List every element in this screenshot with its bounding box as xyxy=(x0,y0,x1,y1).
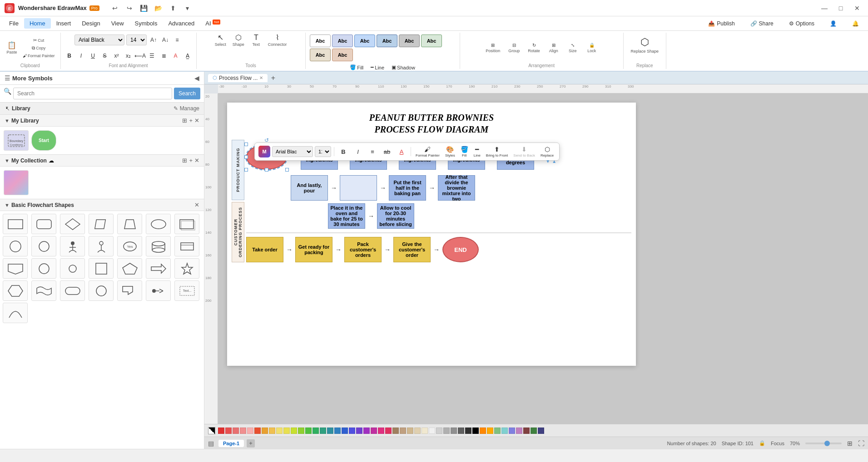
my-collection-add-button[interactable]: ⊞ xyxy=(182,157,187,164)
my-collection-add2-button[interactable]: + xyxy=(189,157,193,164)
shape-circle-3[interactable] xyxy=(89,280,114,301)
shape-pentagon[interactable] xyxy=(117,258,142,279)
bold-button[interactable]: B xyxy=(64,51,74,61)
shape-person[interactable] xyxy=(60,236,85,256)
shape-wave[interactable] xyxy=(31,280,56,301)
placeholder-node[interactable] xyxy=(340,175,377,201)
menu-file[interactable]: File xyxy=(4,18,24,29)
color-swatch-4[interactable] xyxy=(247,428,253,434)
color-swatch-lightgreen[interactable] xyxy=(494,428,501,434)
color-swatch-19[interactable] xyxy=(356,428,362,434)
minimize-button[interactable]: — xyxy=(818,2,831,15)
color-swatch-2[interactable] xyxy=(233,428,239,434)
style-swatch-5[interactable]: Abc xyxy=(421,34,442,47)
color-swatch-amber[interactable] xyxy=(487,428,493,434)
color-swatch-8[interactable] xyxy=(276,428,283,434)
shape-annotation[interactable] xyxy=(117,280,142,301)
ft-font-select[interactable]: Arial Blac xyxy=(272,146,313,157)
color-swatch-15[interactable] xyxy=(327,428,333,434)
undo-button[interactable]: ↩ xyxy=(109,2,121,15)
my-library-add2-button[interactable]: + xyxy=(189,117,193,124)
paste-button[interactable]: 📋 Paste xyxy=(4,40,20,56)
add-page-button[interactable]: + xyxy=(247,439,255,447)
allow-cool-node[interactable]: Allow to cool for 20-30 minutes before s… xyxy=(377,203,414,229)
connector-button[interactable]: ⌇ Connector xyxy=(265,33,290,48)
search-button[interactable]: Search xyxy=(174,88,200,99)
tab-close-button[interactable]: ✕ xyxy=(259,75,263,80)
shape-circle[interactable] xyxy=(31,236,56,256)
shape-parallelogram[interactable] xyxy=(89,214,114,234)
notification-button[interactable]: 🔔 xyxy=(847,19,864,29)
put-first-half-node[interactable]: Put the first half in the baking pan xyxy=(389,175,426,201)
color-swatch-black[interactable] xyxy=(472,428,479,434)
menu-ai[interactable]: AI hot xyxy=(200,18,226,29)
color-swatch-17[interactable] xyxy=(342,428,348,434)
color-swatch-orange[interactable] xyxy=(480,428,486,434)
get-ready-node[interactable]: Get ready for packing xyxy=(295,237,332,262)
color-swatch-7[interactable] xyxy=(269,428,275,434)
open-button[interactable]: 📂 xyxy=(152,2,165,15)
library-item-boundary[interactable]: BoundaryConditions xyxy=(4,130,29,151)
increase-font-button[interactable]: A↑ xyxy=(149,35,159,45)
style-swatch-2[interactable]: Abc xyxy=(354,34,375,47)
format-painter-button[interactable]: 🖌 Format Painter xyxy=(21,53,57,59)
ft-line-button[interactable]: ━ Line xyxy=(472,145,482,158)
color-swatch-violet[interactable] xyxy=(516,428,522,434)
shape-cylinder[interactable] xyxy=(146,236,171,256)
ft-send-back-button[interactable]: ⬇ Send to Back xyxy=(511,145,537,158)
position-button[interactable]: ⊞ Position xyxy=(483,41,503,54)
ft-italic-button[interactable]: I xyxy=(352,145,364,158)
ft-font-size-select[interactable]: 11 xyxy=(315,146,331,157)
menu-symbols[interactable]: Symbols xyxy=(129,18,163,29)
give-order-node[interactable]: Give the customer's order xyxy=(393,237,431,262)
style-swatch-3[interactable]: Abc xyxy=(377,34,397,47)
shape-trapezoid[interactable] xyxy=(117,214,142,234)
shape-star[interactable] xyxy=(174,258,199,279)
color-swatch-11[interactable] xyxy=(298,428,304,434)
size-button[interactable]: ⤡ Size xyxy=(565,41,581,54)
canvas[interactable]: -30 -10 10 30 50 70 90 110 130 150 170 1… xyxy=(204,84,868,424)
redo-button[interactable]: ↪ xyxy=(123,2,136,15)
menu-view[interactable]: View xyxy=(106,18,129,29)
style-swatch-4[interactable]: Abc xyxy=(399,34,420,47)
ft-format-painter-button[interactable]: 🖌 Format Painter xyxy=(414,145,441,158)
text-button[interactable]: T Text xyxy=(248,33,264,48)
cut-button[interactable]: ✂ Cut xyxy=(21,37,57,44)
color-swatch-darkblue[interactable] xyxy=(538,428,544,434)
my-library-header[interactable]: ▼ My Library ⊞ + ✕ xyxy=(0,115,204,127)
collection-item-0[interactable] xyxy=(4,170,29,195)
color-swatch-29[interactable] xyxy=(429,428,435,434)
options-button[interactable]: ⚙ Options xyxy=(784,19,820,29)
my-collection-close-button[interactable]: ✕ xyxy=(194,157,199,164)
handle-br[interactable] xyxy=(285,168,289,172)
shape-oval-2[interactable] xyxy=(3,236,28,256)
fit-page-button[interactable]: ⊞ xyxy=(847,440,853,447)
color-swatch-darkred[interactable] xyxy=(523,428,530,434)
zoom-slider[interactable] xyxy=(805,442,842,444)
pack-orders-node[interactable]: Pack customer's orders xyxy=(344,237,382,262)
handle-ml[interactable] xyxy=(244,155,248,159)
line-style-button[interactable]: ━ Line xyxy=(368,63,387,72)
ft-strikethrough-button[interactable]: ab xyxy=(381,145,393,158)
save-button[interactable]: 💾 xyxy=(138,2,150,15)
shape-actor[interactable] xyxy=(89,236,114,256)
style-swatch-7[interactable]: Abc xyxy=(332,49,353,61)
shape-text-shape[interactable]: Text... xyxy=(174,280,199,301)
shape-diamond[interactable] xyxy=(60,214,85,234)
color-swatch-24[interactable] xyxy=(392,428,399,434)
ft-text-color-button[interactable]: A xyxy=(395,145,408,158)
fill-button[interactable]: 🪣 Fill xyxy=(347,63,366,72)
manage-button[interactable]: ✎ Manage xyxy=(174,105,199,112)
canvas-content[interactable]: PEANUT BUTTER BROWNIES PROCESS FLOW DIAG… xyxy=(218,93,868,424)
color-swatch-31[interactable] xyxy=(443,428,450,434)
shape-double-rect[interactable] xyxy=(174,214,199,234)
style-swatch-1[interactable]: Abc xyxy=(332,34,353,47)
shape-rect-small[interactable] xyxy=(174,236,199,256)
shape-button[interactable]: ⬡ Shape xyxy=(230,33,247,48)
subscript-button[interactable]: x₂ xyxy=(124,51,134,61)
shape-rect-rounded-2[interactable] xyxy=(60,280,85,301)
shape-rounded-rect[interactable] xyxy=(31,214,56,234)
italic-button[interactable]: I xyxy=(76,51,86,61)
decrease-font-button[interactable]: A↓ xyxy=(160,35,170,45)
ft-expand-button[interactable]: ▼ xyxy=(546,159,550,164)
